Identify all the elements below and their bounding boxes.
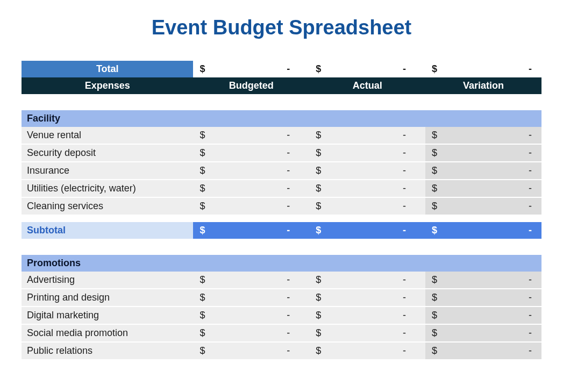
currency-symbol: $ [199, 165, 205, 176]
amount: - [401, 310, 406, 321]
currency-symbol: $ [316, 327, 321, 339]
header-variation: Variation [425, 77, 541, 94]
amount: - [401, 345, 406, 357]
total-label: Total [22, 61, 193, 77]
item-label: Security deposit [22, 145, 193, 162]
item-label: Social media promotion [22, 325, 193, 343]
header-budgeted: Budgeted [193, 77, 309, 94]
money-cell: $- [425, 145, 541, 162]
money-cell: $- [309, 180, 425, 198]
currency-symbol: $ [432, 201, 437, 212]
currency-symbol: $ [316, 345, 321, 357]
currency-symbol: $ [432, 165, 437, 176]
amount: - [401, 63, 406, 75]
item-label: Cleaning services [22, 198, 193, 216]
amount: - [401, 183, 406, 194]
header-actual: Actual [309, 77, 425, 94]
item-label: Venue rental [22, 127, 193, 145]
currency-symbol: $ [199, 292, 205, 303]
amount: - [284, 201, 290, 212]
currency-symbol: $ [432, 183, 437, 194]
amount: - [284, 310, 290, 321]
table-row: Venue rental$-$-$- [22, 127, 541, 145]
money-cell: $- [309, 222, 425, 239]
item-label: Public relations [22, 343, 193, 360]
currency-symbol: $ [432, 147, 437, 159]
amount: - [401, 201, 406, 212]
item-label: Digital marketing [22, 307, 193, 325]
money-cell: $- [425, 61, 541, 77]
table-row: Insurance$-$-$- [22, 162, 541, 180]
money-cell: $- [193, 289, 309, 307]
header-expenses: Expenses [22, 77, 193, 94]
item-label: Utilities (electricity, water) [22, 180, 193, 198]
currency-symbol: $ [199, 183, 205, 194]
page-title: Event Budget Spreadsheet [22, 16, 541, 39]
currency-symbol: $ [432, 327, 437, 339]
amount: - [401, 165, 406, 176]
currency-symbol: $ [432, 292, 437, 303]
table-row: Public relations$-$-$- [22, 343, 541, 360]
currency-symbol: $ [316, 165, 321, 176]
money-cell: $- [193, 180, 309, 198]
money-cell: $- [309, 307, 425, 325]
money-cell: $- [425, 222, 541, 239]
money-cell: $- [425, 325, 541, 343]
item-label: Advertising [22, 272, 193, 289]
currency-symbol: $ [316, 183, 321, 194]
currency-symbol: $ [199, 63, 205, 75]
currency-symbol: $ [316, 147, 321, 159]
amount: - [284, 274, 290, 286]
amount: - [526, 147, 532, 159]
amount: - [526, 201, 532, 212]
money-cell: $- [425, 127, 541, 145]
amount: - [526, 130, 532, 141]
currency-symbol: $ [199, 274, 205, 286]
money-cell: $- [309, 162, 425, 180]
amount: - [284, 183, 290, 194]
currency-symbol: $ [316, 292, 321, 303]
money-cell: $- [193, 162, 309, 180]
amount: - [284, 225, 290, 236]
money-cell: $- [309, 289, 425, 307]
money-cell: $- [425, 180, 541, 198]
money-cell: $- [425, 198, 541, 216]
money-cell: $- [309, 61, 425, 77]
money-cell: $- [193, 222, 309, 239]
currency-symbol: $ [316, 130, 321, 141]
money-cell: $- [193, 127, 309, 145]
money-cell: $- [425, 343, 541, 360]
amount: - [401, 225, 406, 236]
table-row: Social media promotion$-$-$- [22, 325, 541, 343]
money-cell: $- [193, 145, 309, 162]
table-row: Printing and design$-$-$- [22, 289, 541, 307]
currency-symbol: $ [199, 327, 205, 339]
money-cell: $- [193, 61, 309, 77]
currency-symbol: $ [199, 147, 205, 159]
money-cell: $- [309, 198, 425, 216]
amount: - [526, 183, 532, 194]
currency-symbol: $ [316, 225, 321, 236]
subtotal-row: Subtotal$-$-$- [22, 222, 541, 239]
amount: - [526, 345, 532, 357]
amount: - [526, 165, 532, 176]
table-row: Cleaning services$-$-$- [22, 198, 541, 216]
amount: - [284, 327, 290, 339]
amount: - [401, 274, 406, 286]
amount: - [401, 292, 406, 303]
currency-symbol: $ [432, 225, 437, 236]
amount: - [526, 310, 532, 321]
amount: - [284, 345, 290, 357]
amount: - [284, 147, 290, 159]
amount: - [284, 165, 290, 176]
money-cell: $- [425, 272, 541, 289]
amount: - [401, 327, 406, 339]
money-cell: $- [309, 325, 425, 343]
currency-symbol: $ [316, 63, 321, 75]
currency-symbol: $ [199, 201, 205, 212]
table-row: Security deposit$-$-$- [22, 145, 541, 162]
header-row: ExpensesBudgetedActualVariation [22, 77, 541, 94]
currency-symbol: $ [199, 310, 205, 321]
currency-symbol: $ [199, 225, 205, 236]
amount: - [284, 63, 290, 75]
